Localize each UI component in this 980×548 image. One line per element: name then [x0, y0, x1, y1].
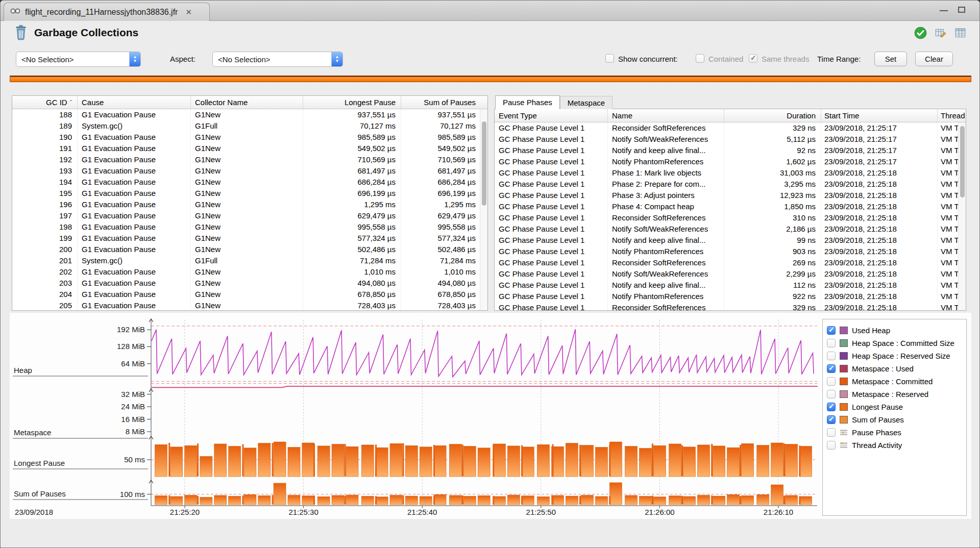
cell: G1 Evacuation Pause: [78, 132, 191, 143]
table-row[interactable]: 197G1 Evacuation PauseG1New629,479 µs629…: [12, 210, 487, 221]
clear-button[interactable]: Clear: [915, 52, 953, 66]
cell: 903 ns: [724, 246, 821, 257]
table-row[interactable]: GC Phase Pause Level 1Reconsider SoftRef…: [495, 212, 966, 223]
legend-checkbox[interactable]: [827, 428, 836, 437]
cell: 192: [12, 154, 78, 165]
recording-tab[interactable]: flight_recording_11Harnessjython38836.jf…: [4, 3, 210, 21]
gc-table-scrollbar[interactable]: [480, 109, 487, 310]
sort-ascending-icon: ˆ: [67, 99, 72, 107]
tab-close-icon[interactable]: ✕: [185, 8, 192, 17]
svg-text:Sum of Pauses: Sum of Pauses: [14, 489, 66, 498]
table-row[interactable]: 200G1 Evacuation PauseG1New502,486 µs502…: [12, 244, 487, 255]
phases-table-scrollbar[interactable]: [958, 122, 966, 310]
group-by-combo[interactable]: <No Selection> ▲▼: [16, 52, 141, 67]
legend-checkbox[interactable]: [827, 364, 836, 373]
table-row[interactable]: 201System.gc()G1Full71,284 ms71,284 ms: [12, 255, 487, 266]
table-row[interactable]: 189System.gc()G1Full70,127 ms70,127 ms: [12, 120, 487, 132]
column-header[interactable]: Name: [608, 109, 724, 122]
table-row[interactable]: 192G1 Evacuation PauseG1New710,569 µs710…: [12, 154, 487, 165]
table-row[interactable]: GC Phase Pause Level 1Phase 3: Adjust po…: [495, 190, 966, 201]
tab-pause-phases[interactable]: Pause Phases: [495, 95, 560, 109]
table-row[interactable]: 199G1 Evacuation PauseG1New577,324 µs577…: [12, 233, 487, 244]
column-header[interactable]: Duration: [724, 109, 821, 122]
cell: 985,589 µs: [303, 132, 401, 143]
column-header[interactable]: Event Type: [495, 109, 608, 122]
table-row[interactable]: GC Phase Pause Level 1Notify PhantomRefe…: [495, 246, 966, 257]
aspect-combo[interactable]: <No Selection> ▲▼: [212, 52, 343, 67]
cell: G1 Evacuation Pause: [78, 244, 191, 255]
table-row[interactable]: 204G1 Evacuation PauseG1New678,850 µs678…: [12, 289, 487, 300]
minimize-icon[interactable]: [940, 10, 948, 11]
legend-checkbox[interactable]: [827, 403, 836, 411]
maximize-icon[interactable]: [958, 7, 965, 13]
table-row[interactable]: GC Phase Pause Level 1Notify PhantomRefe…: [495, 156, 966, 167]
table-row[interactable]: GC Phase Pause Level 1Reconsider SoftRef…: [495, 257, 966, 268]
tab-metaspace[interactable]: Metaspace: [560, 96, 612, 109]
edit-table-icon[interactable]: [934, 27, 947, 42]
table-row[interactable]: GC Phase Pause Level 1Notify Soft/WeakRe…: [495, 268, 966, 280]
gc-chart[interactable]: Heap192 MiB128 MiB64 MiBMetaspace32 MiB2…: [12, 315, 818, 519]
table-row[interactable]: GC Phase Pause Level 1Reconsider SoftRef…: [495, 302, 966, 311]
column-header[interactable]: GC IDˆ: [12, 96, 78, 109]
color-swatch: [840, 327, 848, 334]
scrollbar-thumb[interactable]: [960, 126, 965, 197]
legend-checkbox[interactable]: [827, 415, 836, 424]
table-row[interactable]: 193G1 Evacuation PauseG1New681,497 µs681…: [12, 165, 487, 177]
table-row[interactable]: GC Phase Pause Level 1Phase 1: Mark live…: [495, 167, 966, 179]
page-title: Garbage Collections: [34, 27, 138, 39]
legend-checkbox[interactable]: [827, 352, 836, 360]
result-ok-icon[interactable]: [914, 26, 927, 42]
table-row[interactable]: GC Phase Pause Level 1Notify and keep al…: [495, 145, 966, 156]
cell: 329 ns: [724, 122, 821, 134]
table-row[interactable]: GC Phase Pause Level 1Notify PhantomRefe…: [495, 291, 966, 302]
aspect-value: <No Selection>: [213, 55, 331, 64]
legend-checkbox[interactable]: [827, 377, 836, 386]
cell: G1New: [191, 143, 303, 154]
table-row[interactable]: GC Phase Pause Level 1Notify and keep al…: [495, 280, 966, 291]
column-header[interactable]: Cause: [78, 96, 191, 109]
table-row[interactable]: 202G1 Evacuation PauseG1New1,010 ms1,010…: [12, 266, 487, 278]
table-row[interactable]: 190G1 Evacuation PauseG1New985,589 µs985…: [12, 132, 487, 143]
table-row[interactable]: 198G1 Evacuation PauseG1New995,558 µs995…: [12, 221, 487, 233]
cell: 191: [12, 143, 78, 154]
table-row[interactable]: GC Phase Pause Level 1Phase 2: Prepare f…: [495, 179, 966, 190]
cell: Reconsider SoftReferences: [608, 122, 724, 134]
legend-checkbox[interactable]: [827, 339, 836, 347]
cell: 549,502 µs: [303, 143, 401, 154]
legend-label: Longest Pause: [852, 403, 903, 411]
legend-checkbox[interactable]: [827, 390, 836, 398]
color-swatch: [840, 352, 848, 360]
table-view-icon[interactable]: [954, 27, 967, 42]
table-row[interactable]: GC Phase Pause Level 1Notify Soft/WeakRe…: [495, 134, 966, 145]
set-button[interactable]: Set: [874, 52, 907, 66]
column-header[interactable]: Collector Name: [191, 96, 303, 109]
cell: GC Phase Pause Level 1: [495, 145, 608, 156]
timeline-range-selector[interactable]: [10, 76, 971, 82]
legend-checkbox[interactable]: [827, 441, 836, 450]
show-concurrent-checkbox[interactable]: [605, 54, 614, 63]
column-header[interactable]: Thread: [938, 109, 966, 122]
contained-checkbox[interactable]: [696, 54, 704, 63]
same-threads-checkbox[interactable]: [749, 54, 757, 63]
cell: 549,502 µs: [401, 143, 481, 154]
table-row[interactable]: 196G1 Evacuation PauseG1New1,295 ms1,295…: [12, 199, 487, 210]
table-row[interactable]: 195G1 Evacuation PauseG1New696,199 µs696…: [12, 188, 487, 199]
table-row[interactable]: 188G1 Evacuation PauseG1New937,551 µs937…: [12, 109, 487, 120]
table-row[interactable]: 191G1 Evacuation PauseG1New549,502 µs549…: [12, 143, 487, 154]
cell: G1Full: [191, 255, 303, 266]
column-header[interactable]: Start Time: [821, 109, 938, 122]
table-row[interactable]: 194G1 Evacuation PauseG1New686,284 µs686…: [12, 177, 487, 188]
legend-checkbox[interactable]: [827, 326, 836, 335]
column-header[interactable]: Longest Pause: [303, 96, 401, 109]
table-row[interactable]: GC Phase Pause Level 1Notify and keep al…: [495, 235, 966, 246]
table-row[interactable]: GC Phase Pause Level 1Phase 4: Compact h…: [495, 201, 966, 212]
table-row[interactable]: 205G1 Evacuation PauseG1New728,403 µs728…: [12, 300, 487, 311]
cell: 1,850 ms: [724, 201, 821, 212]
table-row[interactable]: 203G1 Evacuation PauseG1New494,080 µs494…: [12, 278, 487, 289]
table-row[interactable]: GC Phase Pause Level 1Notify Soft/WeakRe…: [495, 223, 966, 235]
scrollbar-thumb[interactable]: [482, 121, 486, 206]
column-header[interactable]: Sum of Pauses: [401, 96, 481, 109]
cell: 92 ns: [724, 145, 821, 156]
table-row[interactable]: GC Phase Pause Level 1Reconsider SoftRef…: [495, 122, 966, 134]
cell: G1New: [191, 278, 303, 289]
